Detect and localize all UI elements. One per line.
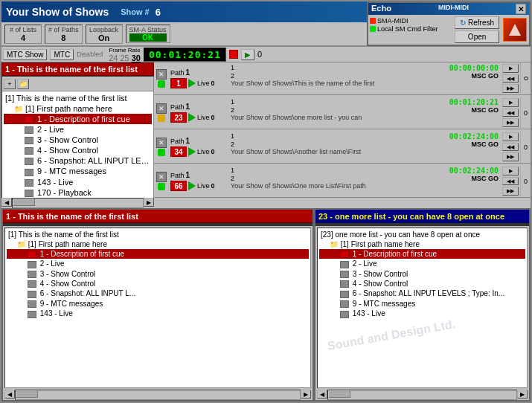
cue-4-btn-b[interactable]: ◀◀ bbox=[502, 177, 519, 186]
cue-1-btn-b[interactable]: ◀◀ bbox=[502, 74, 519, 83]
bl-item-cue4[interactable]: 4 - Show Control bbox=[7, 279, 309, 288]
bl-scroll-right[interactable]: ▶ bbox=[301, 390, 311, 399]
cue-2-btn-c[interactable]: ▶▶ bbox=[502, 118, 519, 127]
cue-4-num: 66 bbox=[170, 181, 187, 191]
bottom-right-tree[interactable]: [23] one more list - you can have 8 open… bbox=[317, 228, 528, 388]
mtc-stop-btn[interactable] bbox=[229, 50, 238, 59]
tree-item-cue8[interactable]: 170 - Playback bbox=[4, 187, 152, 198]
frame-25[interactable]: 25 bbox=[120, 54, 129, 62]
lists-value: 4 bbox=[8, 33, 38, 42]
tree-item-path1[interactable]: 📁 [1] First path name here bbox=[4, 103, 152, 114]
cue-2-num: 23 bbox=[170, 112, 187, 123]
left-scroll-right[interactable]: ▶ bbox=[144, 198, 154, 207]
left-panel-hscroll[interactable]: ◀ ▶ bbox=[1, 198, 154, 208]
bottom-right-title: 23 - one more list - you can have 8 open… bbox=[318, 212, 504, 221]
local-sm-label: Local SM Cmd Filter bbox=[377, 25, 438, 33]
cue-4-path-text: Your Show of Shows\One more List\First p… bbox=[231, 182, 499, 190]
app-title: Your Show of Shows bbox=[6, 6, 109, 18]
br-item-cue4[interactable]: 4 - Show Control bbox=[319, 279, 525, 288]
echo-title-bar: Echo MIDI-MIDI ✕ bbox=[368, 3, 529, 15]
bl-item-cue5[interactable]: 6 - Snapshot: ALL INPUT L... bbox=[7, 288, 309, 298]
br-scroll-track[interactable] bbox=[327, 390, 517, 400]
br-scroll-right[interactable]: ▶ bbox=[517, 390, 528, 399]
bl-item-cue6[interactable]: 9 - MTC messages bbox=[7, 299, 309, 309]
frame-30[interactable]: 30 bbox=[132, 54, 141, 62]
list-header-text: 1 - This is the name of the first list bbox=[5, 65, 138, 74]
cue-4-play[interactable] bbox=[188, 181, 196, 190]
frame-24[interactable]: 24 bbox=[109, 54, 118, 62]
cue-4-btn-a[interactable]: ▶ bbox=[502, 167, 519, 175]
cue-4-cmd-row: 2 MSC GO bbox=[231, 175, 499, 182]
bl-item-cue1[interactable]: 1 - Description of first cue bbox=[7, 249, 309, 259]
echo-buttons: ↻ Refresh Open bbox=[453, 15, 501, 45]
cue-4-btn-c[interactable]: ▶▶ bbox=[502, 187, 519, 196]
open-button[interactable]: Open bbox=[455, 30, 499, 43]
mtc-show-button[interactable]: MTC Show bbox=[3, 49, 47, 60]
cue-4-x-btn[interactable]: ✕ bbox=[156, 172, 167, 182]
br-item-cue5[interactable]: 6 - Snapshot: ALL INPUT LEVELS ; Type: I… bbox=[319, 288, 525, 298]
bottom-left-scrollbar[interactable]: ◀ ▶ bbox=[4, 390, 311, 400]
cue-3-cmd: MSC GO bbox=[471, 141, 499, 148]
cue-3-x-btn[interactable]: ✕ bbox=[156, 138, 167, 148]
tree-item-cue6[interactable]: 9 - MTC messages bbox=[4, 166, 152, 176]
cue-1-x-btn[interactable]: ✕ bbox=[156, 69, 167, 80]
bl-scroll-track[interactable] bbox=[15, 390, 301, 400]
add-button[interactable]: + bbox=[4, 79, 16, 89]
mtc-play-btn[interactable]: ▶ bbox=[241, 49, 254, 60]
echo-filter-row: Local SM Cmd Filter bbox=[370, 25, 452, 33]
tree-item-cue7[interactable]: 143 - Live bbox=[4, 177, 152, 187]
bottom-right-scrollbar[interactable]: ◀ ▶ bbox=[317, 390, 528, 400]
bl-item-cue2[interactable]: 2 - Live bbox=[7, 259, 309, 268]
bl-scroll-left[interactable]: ◀ bbox=[4, 390, 15, 399]
bottom-left-tree[interactable]: [1] This is the name of the first list 📁… bbox=[4, 228, 311, 388]
br-item-cue1[interactable]: 1 - Description of first cue bbox=[319, 249, 525, 259]
echo-close[interactable]: ✕ bbox=[516, 4, 526, 14]
bl-item-cue3[interactable]: 3 - Show Control bbox=[7, 269, 309, 279]
left-scroll-thumb[interactable] bbox=[13, 199, 35, 206]
cue-1-play[interactable] bbox=[188, 79, 196, 88]
left-scroll-left[interactable]: ◀ bbox=[1, 198, 12, 207]
cue-1-main-info: 1 00:00:00:00 2 MSC GO Your Show of Show… bbox=[228, 62, 501, 94]
frame-nums: 24 25 30 bbox=[109, 54, 141, 62]
tree-item-cue2[interactable]: 2 - Live bbox=[4, 124, 152, 135]
br-item-cue7[interactable]: 143 - Live bbox=[319, 309, 525, 318]
br-scroll-left[interactable]: ◀ bbox=[317, 390, 327, 399]
bl-scroll-thumb[interactable] bbox=[16, 390, 38, 398]
sma-led bbox=[370, 18, 376, 24]
cue-2-play[interactable] bbox=[188, 113, 196, 122]
br-item-list23[interactable]: [23] one more list - you can have 8 open… bbox=[319, 230, 525, 239]
tree-item-cue1[interactable]: 1 - Description of first cue bbox=[4, 114, 152, 124]
cue-3-path-row: Path 1 bbox=[170, 137, 227, 145]
tree-item-cue5[interactable]: 6 - Snapshot: ALL INPUT LEVEI... bbox=[4, 155, 152, 166]
bottom-left-header: 1 - This is the name of the first list bbox=[3, 210, 313, 223]
bl-item-cue7[interactable]: 143 - Live bbox=[7, 309, 309, 318]
left-scroll-track[interactable] bbox=[12, 198, 144, 208]
br-item-cue6[interactable]: 9 - MTC messages bbox=[319, 299, 525, 309]
br-item-path1[interactable]: 📁 [1] First path name here bbox=[319, 239, 525, 249]
cue-rows-area: ✕ Path 1 1 Live 0 1 00:00:00:00 bbox=[154, 62, 531, 226]
cue-4-path-row: Path 1 bbox=[170, 171, 227, 179]
folder-button[interactable]: 📁 bbox=[17, 79, 29, 89]
cue-2-btn-b[interactable]: ◀◀ bbox=[502, 109, 519, 117]
cue-2-x-btn[interactable]: ✕ bbox=[156, 103, 167, 114]
sma-label: SM-A Status bbox=[129, 26, 167, 33]
bl-item-path1[interactable]: 📁 [1] First path name here bbox=[7, 239, 309, 249]
cue-3-btn-a[interactable]: ▶ bbox=[502, 132, 519, 141]
br-item-cue3[interactable]: 3 - Show Control bbox=[319, 269, 525, 279]
tree-item-cue4[interactable]: 4 - Show Control bbox=[4, 145, 152, 155]
cue-1-btn-a[interactable]: ▶ bbox=[502, 64, 519, 73]
bl-item-list1[interactable]: [1] This is the name of the first list bbox=[7, 230, 309, 239]
cue-2-btn-a[interactable]: ▶ bbox=[502, 98, 519, 107]
cue-3-live-row: 34 Live 0 bbox=[170, 146, 227, 157]
mtc-button[interactable]: MTC bbox=[50, 49, 74, 60]
cue-1-num: 1 bbox=[170, 78, 187, 88]
tree-item-cue3[interactable]: 3 - Show Control bbox=[4, 135, 152, 145]
cue-3-play[interactable] bbox=[188, 147, 196, 156]
br-scroll-thumb[interactable] bbox=[328, 390, 350, 398]
cue-3-btn-b[interactable]: ◀◀ bbox=[502, 143, 519, 152]
refresh-button[interactable]: ↻ Refresh bbox=[455, 16, 499, 29]
cue-1-btn-c[interactable]: ▶▶ bbox=[502, 84, 519, 93]
tree-item-list1[interactable]: [1] This is the name of the first list bbox=[4, 93, 152, 103]
cue-3-btn-c[interactable]: ▶▶ bbox=[502, 152, 519, 161]
br-item-cue2[interactable]: 2 - Live bbox=[319, 259, 525, 268]
